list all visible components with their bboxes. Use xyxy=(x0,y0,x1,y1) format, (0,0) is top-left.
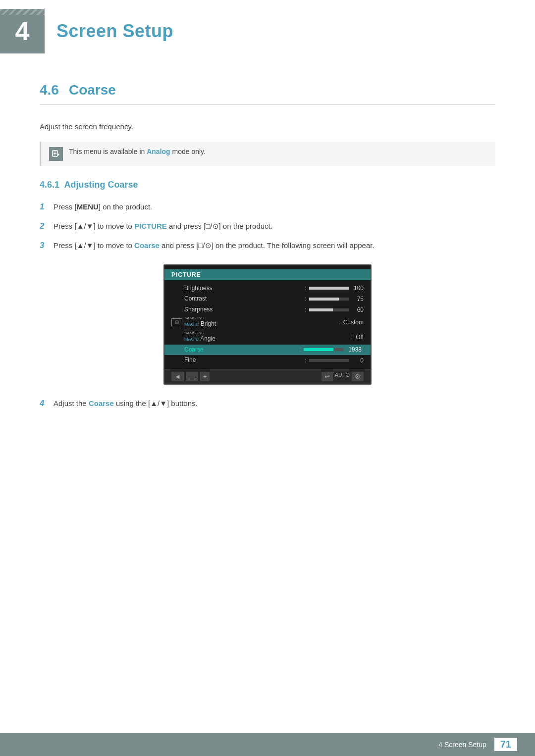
row-value-sharpness: 60 xyxy=(309,306,364,313)
monitor-menu-rows: Brightness : 100 Contrast : 75 xyxy=(164,280,371,369)
step-4-number: 4 xyxy=(40,397,54,410)
main-content: 4.6 Coarse Adjust the screen frequency. … xyxy=(0,62,535,450)
step-3: 3 Press [▲/▼] to move to Coarse and pres… xyxy=(40,239,495,252)
chapter-number-box: 4 xyxy=(0,9,45,53)
step-1-menu-kbd: MENU xyxy=(77,202,99,211)
pencil-icon xyxy=(52,150,60,158)
row-value-contrast: 75 xyxy=(309,296,364,302)
row-value-fine: 0 xyxy=(309,357,364,364)
step-2-number: 2 xyxy=(40,219,54,233)
ctrl-btn-settings[interactable]: ⚙ xyxy=(352,372,364,381)
monitor-title-bar: PICTURE xyxy=(164,269,371,280)
ctrl-btn-enter[interactable]: ↩ xyxy=(321,372,333,381)
subsection-number: 4.6.1 xyxy=(40,180,59,190)
ctrl-label-auto: AUTO xyxy=(335,372,350,381)
row-label-magic-angle: SAMSUNG MAGIC Angle xyxy=(182,331,348,343)
section-description: Adjust the screen frequency. xyxy=(40,121,495,133)
step-3-coarse: Coarse xyxy=(134,241,160,250)
row-label-magic-bright: SAMSUNG MAGIC Bright xyxy=(182,316,335,328)
menu-row-magic-bright: ⊞ SAMSUNG MAGIC Bright : Custom xyxy=(164,315,371,330)
ctrl-group-left: ◄ — + xyxy=(171,372,210,381)
step-1: 1 Press [MENU] on the product. xyxy=(40,200,495,213)
step-4-coarse: Coarse xyxy=(89,399,114,407)
row-label-contrast: Contrast xyxy=(182,295,302,303)
section-number: 4.6 xyxy=(40,82,59,98)
row-label-brightness: Brightness xyxy=(182,285,302,293)
row-label-fine: Fine xyxy=(182,356,302,364)
row-value-coarse: 1938 xyxy=(304,346,364,353)
menu-row-brightness: Brightness : 100 xyxy=(164,283,371,294)
menu-row-fine: Fine : 0 xyxy=(164,355,371,366)
monitor-title: PICTURE xyxy=(171,271,201,278)
menu-row-magic-angle: SAMSUNG MAGIC Angle : Off xyxy=(164,330,371,345)
section-heading: 4.6 Coarse xyxy=(40,82,495,105)
row-value-magic-bright: Custom xyxy=(343,319,364,326)
note-text: This menu is available in Analog mode on… xyxy=(69,147,206,157)
section-title: Coarse xyxy=(69,82,116,98)
subsection-heading: 4.6.1 Adjusting Coarse xyxy=(40,180,495,190)
row-value-brightness: 100 xyxy=(309,285,364,292)
note-prefix: This menu is available in xyxy=(69,148,147,155)
step-1-number: 1 xyxy=(40,200,54,213)
row-label-coarse: Coarse xyxy=(182,346,296,354)
step-3-text: Press [▲/▼] to move to Coarse and press … xyxy=(54,240,374,252)
note-suffix: mode only. xyxy=(170,148,206,155)
step-1-text: Press [MENU] on the product. xyxy=(54,201,152,213)
ctrl-group-right: ↩ AUTO ⚙ xyxy=(321,372,364,381)
steps-list: 1 Press [MENU] on the product. 2 Press [… xyxy=(40,200,495,252)
step-4: 4 Adjust the Coarse using the [▲/▼] butt… xyxy=(40,397,495,410)
menu-row-sharpness: Sharpness : 60 xyxy=(164,304,371,315)
menu-row-coarse: Coarse : 1938 xyxy=(164,345,371,355)
step-2-picture: PICTURE xyxy=(134,222,167,230)
row-value-magic-angle: Off xyxy=(356,334,364,341)
note-icon xyxy=(49,147,63,161)
note-box: This menu is available in Analog mode on… xyxy=(40,142,495,166)
row-label-sharpness: Sharpness xyxy=(182,306,302,314)
chapter-number: 4 xyxy=(15,16,30,46)
menu-row-contrast: Contrast : 75 xyxy=(164,294,371,304)
step-2: 2 Press [▲/▼] to move to PICTURE and pre… xyxy=(40,219,495,233)
footer-label: 4 Screen Setup xyxy=(438,741,486,749)
chapter-title: Screen Setup xyxy=(56,21,173,42)
header-banner: 4 Screen Setup xyxy=(0,0,535,62)
ctrl-btn-left[interactable]: ◄ xyxy=(171,372,184,381)
subsection-title: Adjusting Coarse xyxy=(64,180,138,190)
footer-page: 71 xyxy=(494,738,517,751)
note-highlight: Analog xyxy=(147,148,170,155)
ctrl-btn-plus[interactable]: + xyxy=(200,372,210,381)
row-icon-magic-bright: ⊞ xyxy=(171,318,182,326)
step-4-text: Adjust the Coarse using the [▲/▼] button… xyxy=(54,398,198,409)
monitor-ui: PICTURE Brightness : 100 Contrast xyxy=(163,264,372,385)
ctrl-btn-minus[interactable]: — xyxy=(186,372,198,381)
footer: 4 Screen Setup 71 xyxy=(0,733,535,756)
step-3-number: 3 xyxy=(40,239,54,252)
monitor-controls: ◄ — + ↩ AUTO ⚙ xyxy=(164,369,371,384)
step-2-text: Press [▲/▼] to move to PICTURE and press… xyxy=(54,220,272,232)
